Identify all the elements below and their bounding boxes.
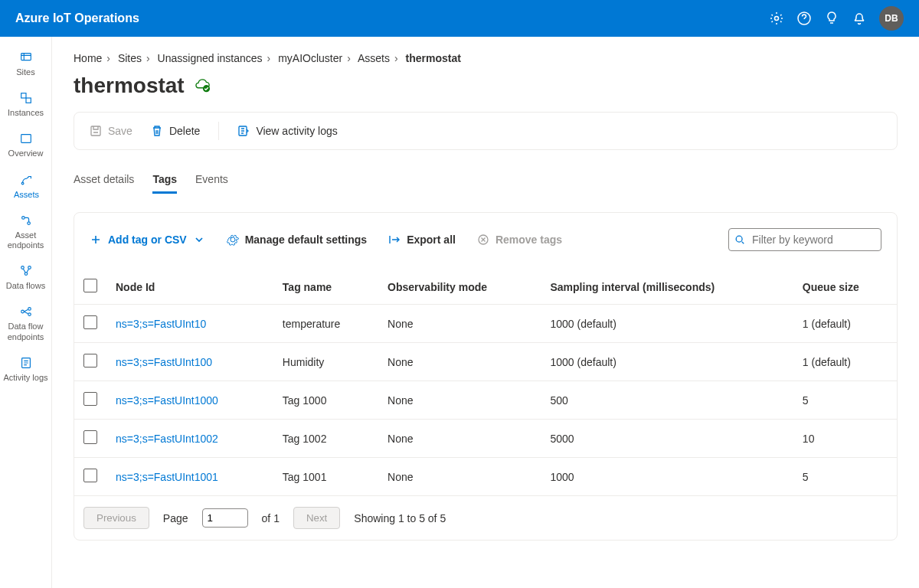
sidebar-label: Sites — [16, 67, 34, 77]
cell-sampling: 5000 — [541, 420, 793, 458]
page-title-row: thermostat — [74, 74, 898, 98]
svg-point-12 — [21, 311, 24, 314]
sidebar-label: Assets — [14, 190, 39, 200]
export-label: Export all — [407, 234, 456, 246]
cell-sampling: 500 — [541, 381, 793, 420]
svg-point-10 — [28, 266, 31, 270]
sidebar: Sites Instances Overview Assets Asset en… — [0, 37, 52, 588]
manage-label: Manage default settings — [245, 234, 367, 246]
sidebar-item-activity-logs[interactable]: Activity logs — [0, 350, 51, 390]
view-logs-button[interactable]: View activity logs — [237, 125, 337, 137]
help-icon[interactable] — [796, 11, 812, 26]
cell-tag-name: Tag 1000 — [273, 381, 378, 420]
sidebar-item-assets[interactable]: Assets — [0, 167, 51, 207]
sidebar-item-overview[interactable]: Overview — [0, 126, 51, 166]
row-checkbox[interactable] — [83, 430, 97, 444]
cell-queue: 1 (default) — [793, 305, 897, 343]
chevron-right-icon: › — [394, 52, 398, 64]
col-queue[interactable]: Queue size — [793, 270, 897, 305]
col-node-id[interactable]: Node Id — [106, 270, 273, 305]
chevron-right-icon: › — [267, 52, 271, 64]
user-avatar[interactable]: DB — [879, 6, 904, 31]
sidebar-label: Data flow endpoints — [3, 322, 48, 341]
table-row: ns=3;s=FastUInt10temperatureNone1000 (de… — [74, 305, 897, 343]
col-sampling[interactable]: Sampling interval (milliseconds) — [541, 270, 793, 305]
filter-input[interactable] — [728, 228, 881, 251]
svg-point-8 — [27, 222, 30, 225]
cell-obs-mode: None — [378, 343, 541, 381]
node-id-link[interactable]: ns=3;s=FastUInt1000 — [116, 394, 218, 407]
breadcrumb-cluster[interactable]: myAIOcluster — [278, 52, 342, 64]
cell-queue: 5 — [793, 381, 897, 420]
tab-events[interactable]: Events — [195, 167, 228, 194]
breadcrumb-assets[interactable]: Assets — [358, 52, 390, 64]
breadcrumb-unassigned[interactable]: Unassigned instances — [158, 52, 263, 64]
sidebar-item-instances[interactable]: Instances — [0, 85, 51, 126]
search-icon — [734, 234, 745, 245]
cell-tag-name: temperature — [273, 305, 378, 343]
row-checkbox[interactable] — [83, 469, 97, 482]
instances-icon — [19, 91, 33, 105]
breadcrumb: Home› Sites› Unassigned instances› myAIO… — [74, 52, 898, 64]
row-checkbox[interactable] — [83, 354, 97, 368]
save-label: Save — [108, 125, 132, 137]
node-id-link[interactable]: ns=3;s=FastUInt1002 — [116, 433, 218, 445]
sidebar-item-asset-endpoints[interactable]: Asset endpoints — [0, 207, 51, 258]
table-row: ns=3;s=FastUInt1001Tag 1001None10005 — [74, 458, 897, 496]
tab-tags[interactable]: Tags — [152, 167, 177, 194]
remove-label: Remove tags — [495, 234, 562, 246]
overview-icon — [19, 132, 33, 145]
sidebar-label: Activity logs — [3, 373, 47, 383]
add-tag-label: Add tag or CSV — [108, 234, 187, 246]
cell-queue: 5 — [793, 458, 897, 496]
save-button: Save — [90, 125, 132, 137]
manage-defaults-button[interactable]: Manage default settings — [227, 234, 367, 246]
svg-point-14 — [28, 313, 31, 316]
node-id-link[interactable]: ns=3;s=FastUInt100 — [116, 356, 212, 368]
chevron-right-icon: › — [347, 52, 351, 64]
page-label: Page — [163, 512, 188, 524]
cell-tag-name: Tag 1001 — [273, 458, 378, 496]
row-checkbox[interactable] — [83, 315, 97, 329]
export-all-button[interactable]: Export all — [388, 234, 456, 246]
sidebar-item-df-endpoints[interactable]: Data flow endpoints — [0, 299, 51, 349]
settings-icon[interactable] — [769, 11, 784, 26]
df-endpoints-icon — [19, 305, 33, 318]
table-row: ns=3;s=FastUInt1002Tag 1002None500010 — [74, 420, 897, 458]
sidebar-item-sites[interactable]: Sites — [0, 44, 51, 85]
cell-obs-mode: None — [378, 381, 541, 420]
asset-endpoints-icon — [19, 214, 33, 227]
chevron-down-icon — [193, 234, 205, 246]
breadcrumb-sites[interactable]: Sites — [118, 52, 142, 64]
notifications-icon[interactable] — [852, 11, 867, 26]
page-of: of 1 — [262, 512, 280, 524]
row-checkbox[interactable] — [83, 392, 97, 406]
cell-sampling: 1000 (default) — [541, 343, 793, 381]
svg-point-0 — [775, 17, 779, 21]
select-all-checkbox[interactable] — [83, 279, 97, 292]
sidebar-label: Instances — [8, 108, 44, 118]
tab-asset-details[interactable]: Asset details — [74, 167, 134, 194]
node-id-link[interactable]: ns=3;s=FastUInt1001 — [116, 471, 218, 483]
node-id-link[interactable]: ns=3;s=FastUInt10 — [116, 318, 206, 330]
chevron-right-icon: › — [106, 52, 110, 64]
col-tag-name[interactable]: Tag name — [273, 270, 378, 305]
data-flows-icon — [19, 264, 33, 278]
cell-obs-mode: None — [378, 458, 541, 496]
breadcrumb-home[interactable]: Home — [74, 52, 102, 64]
svg-point-11 — [25, 273, 28, 276]
svg-rect-2 — [21, 54, 31, 60]
add-tag-button[interactable]: Add tag or CSV — [90, 234, 205, 246]
showing-text: Showing 1 to 5 of 5 — [354, 512, 446, 524]
cell-queue: 1 (default) — [793, 343, 897, 381]
svg-point-13 — [28, 308, 31, 311]
cell-queue: 10 — [793, 420, 897, 458]
page-input[interactable] — [202, 508, 248, 528]
lightbulb-icon[interactable] — [824, 11, 839, 26]
table-header-row: Node Id Tag name Observability mode Samp… — [74, 270, 897, 305]
col-obs-mode[interactable]: Observability mode — [378, 270, 541, 305]
delete-label: Delete — [169, 125, 200, 137]
sidebar-item-data-flows[interactable]: Data flows — [0, 258, 51, 299]
delete-button[interactable]: Delete — [151, 125, 200, 137]
table-row: ns=3;s=FastUInt100HumidityNone1000 (defa… — [74, 343, 897, 381]
